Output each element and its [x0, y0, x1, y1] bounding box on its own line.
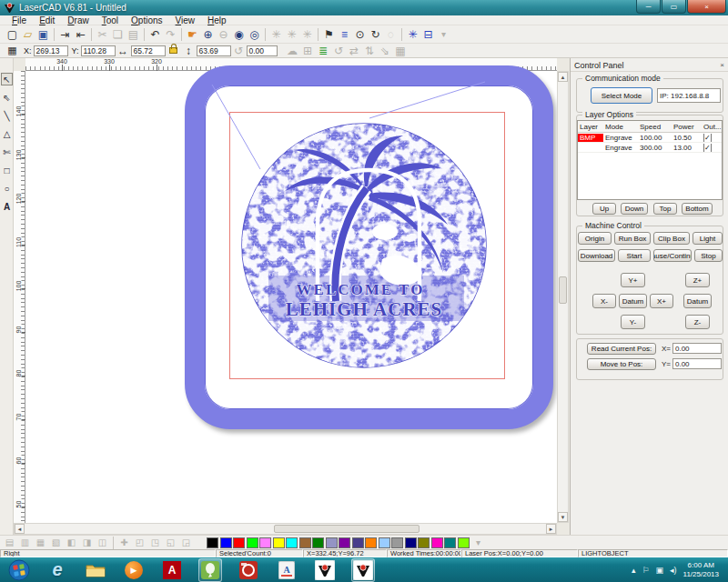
layer-speed[interactable]: 100.00 [638, 134, 672, 142]
distribute-top-icon[interactable]: ◱ [163, 536, 178, 550]
rotate-left-icon[interactable]: ↺ [331, 44, 347, 58]
copy-icon[interactable]: ❏ [110, 27, 126, 42]
mirror-vertical-icon[interactable]: ⇅ [362, 44, 378, 58]
palette-swatch[interactable] [299, 537, 311, 548]
layer-swatch[interactable]: BMP [578, 134, 603, 142]
align-left-icon[interactable]: ▤ [2, 536, 17, 550]
new-file-icon[interactable]: ▢ [5, 27, 20, 42]
group-icon[interactable]: ⊞ [300, 44, 316, 58]
layer-speed[interactable]: 300.00 [638, 144, 672, 152]
cloud-icon[interactable]: ☁ [285, 44, 300, 58]
node-delete-icon[interactable]: ✳ [299, 27, 315, 42]
select-mode-button[interactable]: Select Mode [591, 87, 652, 104]
width-input[interactable]: 65.72 [131, 45, 166, 56]
lasercad-active-icon[interactable] [351, 558, 375, 582]
line-tool-icon[interactable]: ╲ [1, 109, 13, 122]
jog-z-minus-button[interactable]: Z- [685, 315, 710, 329]
palette-swatch[interactable] [207, 537, 218, 548]
palette-swatch[interactable] [352, 537, 364, 548]
clip-box-button[interactable]: Clip Box [653, 232, 690, 245]
scroll-left-arrow[interactable]: ◄ [15, 524, 25, 534]
simulate-icon[interactable]: ◌ [383, 27, 399, 42]
layer-output[interactable]: ✓ [702, 144, 722, 152]
array-pattern-icon[interactable]: ▦ [393, 44, 409, 58]
mark-flag-icon[interactable]: ⚑ [321, 27, 337, 42]
file-explorer-icon[interactable] [84, 558, 107, 582]
distribute-left-icon[interactable]: ◰ [132, 536, 147, 550]
menu-file[interactable]: File [5, 15, 33, 25]
monitor-icon[interactable]: ⊟ [420, 27, 436, 42]
paste-icon[interactable]: ▤ [126, 27, 141, 42]
horizontal-scrollbar[interactable]: ◄ ► [14, 523, 557, 535]
text-tool-icon[interactable]: A [1, 200, 13, 213]
palette-swatch[interactable] [339, 537, 350, 548]
export-icon[interactable]: ⇤ [73, 27, 88, 42]
node-edit-icon[interactable]: ✳ [268, 27, 284, 42]
pan-hand-icon[interactable]: ☛ [185, 27, 200, 42]
control-panel-close-icon[interactable]: × [720, 61, 724, 69]
scroll-right-arrow[interactable]: ► [546, 524, 556, 534]
move-to-pos-button[interactable]: Move to Pos: [587, 358, 656, 370]
palette-swatch[interactable] [444, 537, 456, 548]
layer-output[interactable]: ✓ [702, 134, 722, 142]
rectangle-tool-icon[interactable]: □ [1, 164, 13, 176]
redo-icon[interactable]: ↷ [163, 27, 178, 42]
volume-icon[interactable]: ◂) [670, 566, 677, 575]
read-current-pos-button[interactable]: Read Current Pos: [587, 343, 656, 355]
adobe-reader-icon[interactable]: A [160, 558, 184, 582]
menu-draw[interactable]: Draw [61, 15, 95, 25]
layer-top-button[interactable]: Top [653, 203, 677, 215]
align-right-icon[interactable]: ▥ [17, 536, 33, 550]
jog-y-plus-button[interactable]: Y+ [621, 273, 645, 287]
download-button[interactable]: Download [578, 249, 615, 262]
lasercad-inactive-icon[interactable] [313, 558, 337, 582]
layer-row-black[interactable]: Engrave 300.00 13.00 ✓ [578, 143, 722, 153]
zoom-out-icon[interactable]: ⊖ [216, 27, 231, 42]
vertical-scrollbar[interactable]: ▲ ▼ [557, 71, 569, 523]
start-button[interactable] [7, 558, 31, 582]
aspect-lock-icon[interactable] [169, 47, 177, 54]
zoom-in-icon[interactable]: ⊕ [200, 27, 216, 42]
action-center-flag-icon[interactable]: ⚐ [642, 566, 649, 575]
layer-list-icon[interactable]: ≡ [337, 27, 352, 42]
close-button[interactable]: × [687, 0, 726, 14]
run-box-button[interactable]: Run Box [614, 232, 651, 245]
select-tool-icon[interactable]: ↖ [1, 73, 13, 85]
menu-options[interactable]: Options [125, 15, 168, 25]
scroll-up-arrow[interactable]: ▲ [558, 72, 568, 82]
menu-tool[interactable]: Tool [96, 15, 125, 25]
align-top-icon[interactable]: ▦ [33, 536, 48, 550]
taskbar-clock[interactable]: 6:00 AM 11/25/2013 [683, 561, 719, 579]
jog-datum-button[interactable]: Datum [619, 294, 647, 308]
toolbar-overflow-icon[interactable]: ▾ [436, 27, 451, 42]
scroll-down-arrow[interactable]: ▼ [558, 512, 568, 522]
knife-tool-icon[interactable]: ✄ [1, 146, 13, 158]
zoom-all-icon[interactable]: ◉ [231, 27, 247, 42]
palette-swatch[interactable] [247, 537, 258, 548]
machine-wheel-icon[interactable]: ✳ [405, 27, 420, 42]
start-button[interactable]: Start [618, 249, 651, 262]
origin-button[interactable]: Origin [578, 232, 612, 245]
palette-swatch[interactable] [405, 537, 417, 548]
camera-app-icon[interactable] [237, 558, 260, 582]
vertical-scroll-thumb[interactable] [559, 276, 567, 304]
polygon-tool-icon[interactable]: △ [1, 127, 13, 140]
layers-stack-icon[interactable]: ≣ [316, 44, 331, 58]
distribute-bottom-icon[interactable]: ◲ [178, 536, 194, 550]
jog-y-minus-button[interactable]: Y- [621, 315, 645, 329]
layer-bottom-button[interactable]: Bottom [682, 203, 713, 215]
distribute-center-icon[interactable]: ✚ [116, 536, 132, 550]
layer-mode[interactable]: Engrave [603, 144, 638, 152]
palette-swatch[interactable] [286, 537, 298, 548]
jog-x-plus-button[interactable]: X+ [650, 294, 673, 308]
pos-x-field[interactable]: 0.00 [672, 343, 722, 354]
ellipse-tool-icon[interactable]: ○ [1, 182, 13, 195]
coreldraw-icon[interactable] [198, 558, 222, 582]
y-position-input[interactable]: 110.28 [81, 45, 116, 56]
media-player-icon[interactable]: ▶ [122, 558, 146, 582]
menu-help[interactable]: Help [201, 15, 233, 25]
drawing-canvas[interactable]: WELCOME TO LEHIGH ACRES [25, 71, 557, 523]
layer-down-button[interactable]: Down [621, 203, 648, 215]
pause-continue-button[interactable]: Pause/Continue [653, 249, 692, 262]
node-add-icon[interactable]: ✳ [284, 27, 299, 42]
